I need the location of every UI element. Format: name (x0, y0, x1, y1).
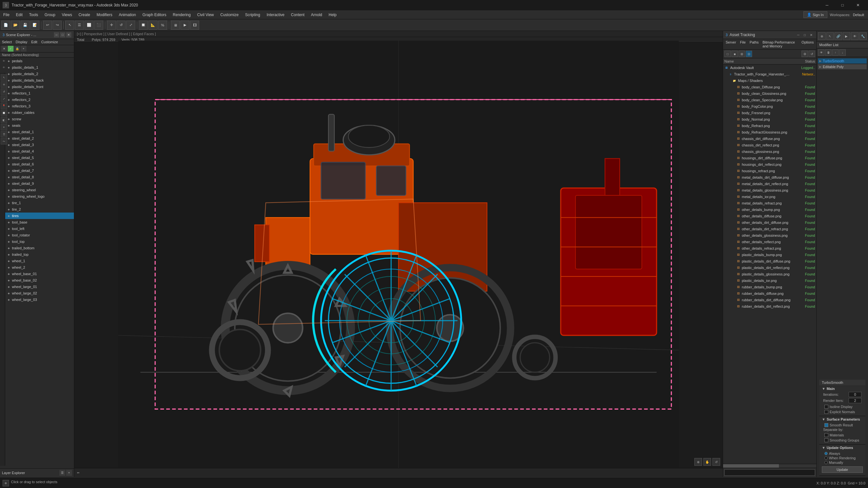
zoom-extents-btn[interactable]: ⊕ (694, 458, 702, 466)
se-maximize[interactable]: □ (60, 32, 65, 37)
scene-item-plastic_details_back[interactable]: 👁 ◈ plastic_details_back (0, 77, 74, 84)
scene-item-steel_detail_7[interactable]: 👁 ◈ steel_detail_7 (0, 167, 74, 174)
mp-materials-checkbox[interactable] (825, 433, 828, 437)
at-file-other-details-bump-png[interactable]: 🖼 other_details_bump.png Found (723, 206, 816, 213)
menu-group[interactable]: Group (41, 10, 58, 19)
at-file-other-details-refract-png[interactable]: 🖼 other_details_refract.png Found (723, 245, 816, 252)
mp-editablepoly-item[interactable]: ▶ Editable Poly (818, 64, 867, 69)
at-menu-server[interactable]: Server (726, 40, 736, 48)
scene-item-steering_wheel[interactable]: 👁 ◈ steering_wheel (0, 187, 74, 193)
at-btn-3[interactable]: ⊞ (739, 51, 745, 57)
menu-interactive[interactable]: Interactive (264, 10, 288, 19)
at-item-file[interactable]: 3 Tractor_with_Forage_Harvester_max_vray… (723, 71, 816, 77)
mp-explicit-normals-checkbox[interactable] (825, 410, 828, 414)
snap-toggle[interactable]: 🔲 (139, 21, 148, 30)
scene-item-steel_detail_3[interactable]: 👁 ◈ steel_detail_3 (0, 141, 74, 148)
save-button[interactable]: 💾 (21, 21, 30, 30)
se-menu-display[interactable]: Display (16, 40, 27, 44)
scene-item-reflectors_2[interactable]: 👁 ◈ reflectors_2 (0, 96, 74, 103)
at-file-plastic-details-ior-png[interactable]: 🖼 plastic_details_ior.png Found (723, 278, 816, 284)
icon-place[interactable]: 📍 (1, 103, 7, 109)
menu-edit[interactable]: Edit (12, 10, 26, 19)
se-close[interactable]: ✕ (66, 32, 71, 37)
menu-help[interactable]: Help (326, 10, 340, 19)
icon-align[interactable]: ≡ (1, 124, 7, 130)
layer-icon1[interactable]: ☰ (59, 470, 65, 476)
menu-file[interactable]: File (0, 10, 12, 19)
at-file-rubber-details-dirt-reflect-png[interactable]: 🖼 rubber_details_dirt_reflect.png Found (723, 303, 816, 310)
scene-item-wheel_large_02[interactable]: 👁 ◈ wheel_large_02 (0, 290, 74, 296)
icon-curve[interactable]: 〜 (1, 138, 7, 144)
new-button[interactable]: 📄 (1, 21, 10, 30)
mp-manually-radio[interactable] (825, 461, 828, 464)
icon-rotate[interactable]: ↺ (1, 88, 7, 95)
at-file-body-Refract-png[interactable]: 🖼 body_Refract.png Found (723, 123, 816, 129)
at-file-body-RefractGlossiness-png[interactable]: 🖼 body_RefractGlossiness.png Found (723, 129, 816, 135)
at-file-other-details-diffuse-png[interactable]: 🖼 other_details_diffuse.png Found (723, 213, 816, 219)
at-menu-paths[interactable]: Paths (749, 40, 758, 48)
scene-item-pedals[interactable]: 👁 ◈ pedals (0, 58, 74, 64)
scene-item-screw[interactable]: 👁 ◈ screw (0, 116, 74, 122)
at-file-body-clean-Specular-png[interactable]: 🖼 body_clean_Specular.png Found (723, 97, 816, 103)
minimize-button[interactable]: ─ (819, 0, 834, 10)
at-minimize[interactable]: ─ (796, 32, 801, 37)
at-btn-1[interactable]: □ (724, 51, 731, 57)
scene-item-steel_detail_2[interactable]: 👁 ◈ steel_detail_2 (0, 135, 74, 141)
render-frame[interactable]: 🎞 (190, 21, 199, 30)
at-file-metal-details-dirt-diffuse-png[interactable]: 🖼 metal_details_dirt_diffuse.png Found (723, 174, 816, 181)
at-file-housings-refract-png[interactable]: 🖼 housings_refract.png Found (723, 168, 816, 174)
se-menu-edit[interactable]: Edit (31, 40, 37, 44)
scene-item-rubber_cables[interactable]: 👁 ◈ rubber_cables (0, 109, 74, 116)
scene-item-steel_detail_4[interactable]: 👁 ◈ steel_detail_4 (0, 148, 74, 155)
at-file-metal-details-ior-png[interactable]: 🖼 metal_details_ior.png Found (723, 194, 816, 200)
at-file-plastic-details-bump-png[interactable]: 🖼 plastic_details_bump.png Found (723, 252, 816, 258)
at-file-rubber-details-diffuse-png[interactable]: 🖼 rubber_details_diffuse.png Found (723, 290, 816, 297)
se-menu-select[interactable]: Select (2, 40, 12, 44)
scene-list[interactable]: 👁 ◈ pedals 👁 ◈ plastic_details_1 👁 ◈ pla… (0, 58, 74, 468)
scene-item-steel_detail_5[interactable]: 👁 ◈ steel_detail_5 (0, 155, 74, 161)
menu-tools[interactable]: Tools (26, 10, 41, 19)
at-btn-refresh[interactable]: ↺ (809, 51, 815, 57)
at-path-input[interactable] (724, 469, 815, 476)
maximize-button[interactable]: □ (835, 0, 850, 10)
render-button[interactable]: ▶ (181, 21, 189, 30)
select-by-name[interactable]: ☰ (75, 21, 84, 30)
menu-content[interactable]: Content (288, 10, 308, 19)
at-scrollbar-thumb[interactable] (723, 464, 779, 468)
scene-item-reflectors_3[interactable]: 👁 ◈ reflectors_3 (0, 103, 74, 109)
window-crossing[interactable]: ⬛ (94, 21, 103, 30)
mp-move-up-btn[interactable]: ↑ (832, 50, 839, 56)
icon-snap[interactable]: 🔲 (1, 110, 7, 116)
menu-arnold[interactable]: Arnold (308, 10, 326, 19)
at-btn-settings[interactable]: ⚙ (802, 51, 808, 57)
scene-item-plastic_details_1[interactable]: 👁 ◈ plastic_details_1 (0, 64, 74, 71)
at-file-other-details-glossiness-png[interactable]: 🖼 other_details_glossiness.png Found (723, 232, 816, 239)
mp-smoothing-groups-checkbox[interactable] (825, 438, 828, 442)
redo-button[interactable]: ↪ (53, 21, 62, 30)
scene-item-wheel_base_01[interactable]: 👁 ◈ wheel_base_01 (0, 271, 74, 277)
undo-button[interactable]: ↩ (43, 21, 52, 30)
scene-item-wheel_base_02[interactable]: 👁 ◈ wheel_base_02 (0, 277, 74, 284)
mp-isoline-checkbox[interactable] (825, 405, 828, 409)
at-menu-bitmap-perf[interactable]: Bitmap Performance and Memory (763, 40, 798, 48)
mp-iterations-input[interactable] (849, 392, 862, 397)
rotate-button[interactable]: ↺ (117, 21, 126, 30)
menu-graph-editors[interactable]: Graph Editors (139, 10, 169, 19)
scene-item-tire_2[interactable]: 👁 ◈ tire_2 (0, 206, 74, 213)
scene-item-tire_1[interactable]: 👁 ◈ tire_1 (0, 200, 74, 206)
se-lock-btn[interactable]: 🔒 (14, 46, 20, 52)
scene-item-steel_detail_8[interactable]: 👁 ◈ steel_detail_8 (0, 174, 74, 180)
at-file-body-Normal-png[interactable]: 🖼 body_Normal.png Found (723, 116, 816, 123)
mp-move-down-btn[interactable]: ↓ (839, 50, 846, 56)
at-file-chassis-glossiness-png[interactable]: 🖼 chassis_glossiness.png Found (723, 149, 816, 155)
se-filter-btn[interactable]: ✓ (8, 46, 13, 52)
mp-utility-btn[interactable]: 🔧 (859, 32, 867, 40)
at-btn-2[interactable]: ■ (732, 51, 738, 57)
scene-item-tool_rotator[interactable]: 👁 ◈ tool_rotator (0, 232, 74, 238)
scene-item-seats[interactable]: 👁 ◈ seats (0, 122, 74, 129)
mp-display-btn[interactable]: 👁 (851, 32, 859, 40)
mp-create-btn[interactable]: ⊕ (818, 32, 826, 40)
at-file-other-details-dirt-refract-png[interactable]: 🖼 other_details_dirt_refract.png Found (723, 226, 816, 232)
select-button[interactable]: ↖ (65, 21, 74, 30)
at-file-housings-dirt-reflect-png[interactable]: 🖼 housings_dirt_reflect.png Found (723, 161, 816, 168)
